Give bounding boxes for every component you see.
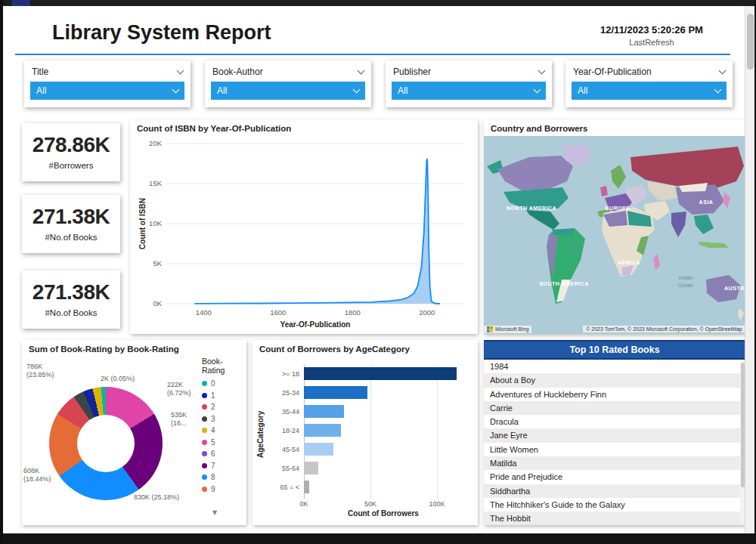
legend-scroll-down-icon[interactable]: ▼ bbox=[212, 509, 217, 516]
x-axis-title: Year-Of-Publication bbox=[280, 320, 351, 329]
page-scrollbar[interactable] bbox=[745, 6, 754, 533]
y-axis-tick: 15K bbox=[149, 179, 163, 187]
table-row[interactable]: Carrie bbox=[484, 401, 745, 415]
filter-dropdown[interactable]: All bbox=[30, 82, 184, 100]
legend-item-rating-2[interactable]: 2 bbox=[202, 401, 245, 413]
legend-label: 0 bbox=[211, 379, 215, 388]
filter-header[interactable]: Publisher bbox=[386, 60, 552, 80]
bar-plot-area[interactable]: >= 1825-3435-4418-2445-5455-6465 = < bbox=[269, 364, 473, 499]
legend-color-dot bbox=[202, 440, 207, 445]
chevron-down-icon bbox=[358, 67, 365, 75]
legend-color-dot bbox=[202, 463, 207, 468]
bar[interactable] bbox=[304, 386, 367, 399]
last-refresh-timestamp: 12/11/2023 5:20:26 PM bbox=[585, 24, 718, 36]
chevron-down-icon bbox=[719, 67, 727, 75]
filter-value: All bbox=[36, 85, 46, 96]
table-row[interactable]: Dracula bbox=[484, 415, 745, 428]
table-row[interactable]: The Hobbit bbox=[484, 512, 745, 525]
window-bottom-bar bbox=[3, 533, 754, 544]
continent-label-south-america: SOUTH AMERICA bbox=[539, 280, 589, 287]
bar-row: 25-34 bbox=[269, 383, 473, 402]
legend-item-rating-8[interactable]: 8 bbox=[202, 471, 245, 484]
bar[interactable] bbox=[304, 424, 341, 437]
map-attribution-bar: Microsoft Bing © 2023 TomTom, © 2023 Mic… bbox=[484, 324, 745, 334]
legend-label: 6 bbox=[211, 450, 215, 458]
x-axis-title: Count of Borrowers bbox=[304, 509, 463, 518]
donut-hole bbox=[77, 415, 135, 472]
legend-color-dot bbox=[202, 487, 207, 492]
table-row[interactable]: Jane Eyre bbox=[484, 428, 745, 442]
legend-item-rating-7[interactable]: 7 bbox=[202, 460, 245, 472]
legend-label: 1 bbox=[211, 391, 215, 400]
legend-item-rating-6[interactable]: 6 bbox=[202, 448, 245, 460]
filter-card-title: Title All bbox=[24, 60, 191, 107]
bar-row: 18-24 bbox=[269, 421, 473, 440]
table-card: Top 10 Rated Books 1984About a BoyAdvent… bbox=[484, 340, 745, 525]
category-label: 45-54 bbox=[269, 446, 304, 453]
filter-dropdown[interactable]: All bbox=[572, 82, 727, 100]
world-map[interactable]: NORTH AMERICA SOUTH AMERICA EUROPE ASIA … bbox=[484, 136, 745, 334]
filter-label: Book-Author bbox=[212, 66, 263, 77]
table-row[interactable]: Siddhartha bbox=[484, 484, 745, 498]
chevron-down-icon bbox=[534, 86, 541, 94]
table-row[interactable]: 1984 bbox=[484, 360, 745, 373]
donut-callout: 830K (25.18%) bbox=[134, 493, 179, 502]
page-scrollbar-thumb[interactable] bbox=[747, 14, 754, 70]
filter-dropdown[interactable]: All bbox=[392, 82, 546, 100]
filter-header[interactable]: Book-Author bbox=[205, 60, 371, 80]
legend-label: 3 bbox=[211, 415, 215, 423]
bar[interactable] bbox=[304, 405, 344, 418]
table-row[interactable]: About a Boy bbox=[484, 373, 745, 387]
table-row[interactable]: Adventures of Huckleberry Finn bbox=[484, 388, 745, 401]
area-fill[interactable] bbox=[194, 159, 440, 304]
category-label: 55-64 bbox=[269, 465, 304, 472]
filter-header[interactable]: Title bbox=[24, 60, 191, 80]
header-divider bbox=[15, 54, 730, 55]
table-row[interactable]: Pride and Prejudice bbox=[484, 470, 745, 484]
legend-item-rating-5[interactable]: 5 bbox=[202, 437, 245, 449]
filter-dropdown[interactable]: All bbox=[211, 82, 365, 100]
x-axis-tick: 2000 bbox=[419, 308, 435, 317]
ocean-label-atlantic: Atlantic bbox=[565, 241, 583, 246]
filter-header[interactable]: Year-Of-Publication bbox=[565, 60, 733, 80]
x-axis-tick: 100K bbox=[426, 500, 448, 508]
bar-row: 35-44 bbox=[269, 402, 473, 421]
legend-color-dot bbox=[202, 393, 207, 398]
kpi-value: 271.38K bbox=[22, 280, 120, 304]
chart-title: Country and Borrowers bbox=[491, 124, 587, 133]
filter-value: All bbox=[398, 85, 407, 96]
bar[interactable] bbox=[304, 462, 318, 474]
map-provider-label: Microsoft Bing bbox=[495, 326, 528, 332]
table-row[interactable]: Little Women bbox=[484, 443, 745, 456]
legend-item-rating-1[interactable]: 1 bbox=[202, 390, 245, 402]
legend-label: 7 bbox=[211, 462, 215, 470]
category-label: 25-34 bbox=[269, 389, 304, 397]
chevron-down-icon bbox=[172, 86, 180, 94]
ocean-label-indian: Indian bbox=[678, 275, 692, 280]
donut-callout: 786K (23.85%) bbox=[26, 363, 54, 379]
bar[interactable] bbox=[304, 367, 457, 380]
bar[interactable] bbox=[304, 481, 309, 493]
x-axis-tick: 50K bbox=[360, 500, 381, 508]
continent-label-europe: EUROPE bbox=[606, 205, 631, 212]
isbn-by-year-chart[interactable]: 0K5K10K15K20K1400160018002000Year-Of-Pub… bbox=[136, 139, 472, 329]
legend-item-rating-9[interactable]: 9 bbox=[202, 484, 245, 496]
table-header: Top 10 Rated Books bbox=[484, 340, 745, 360]
map-card: Country and Borrowers bbox=[484, 119, 745, 334]
legend-item-rating-3[interactable]: 3 bbox=[202, 413, 245, 425]
donut-legend: Book-Rating 0123456789 bbox=[202, 357, 245, 495]
category-label: 65 = < bbox=[269, 484, 304, 491]
legend-label: 5 bbox=[211, 438, 215, 447]
category-label: 35-44 bbox=[269, 408, 304, 416]
legend-title: Book-Rating bbox=[202, 357, 245, 375]
legend-item-rating-0[interactable]: 0 bbox=[202, 378, 245, 390]
bar[interactable] bbox=[304, 443, 333, 456]
window-accent-square bbox=[12, 0, 30, 6]
table-row[interactable]: Matilda bbox=[484, 456, 745, 470]
window-top-bar bbox=[3, 0, 754, 6]
legend-color-dot bbox=[202, 404, 207, 410]
table-row[interactable]: The Hitchhiker's Guide to the Galaxy bbox=[484, 498, 745, 512]
filter-value: All bbox=[217, 85, 227, 96]
legend-item-rating-4[interactable]: 4 bbox=[202, 425, 245, 437]
last-refresh: 12/11/2023 5:20:26 PM LastRefresh bbox=[585, 24, 718, 47]
